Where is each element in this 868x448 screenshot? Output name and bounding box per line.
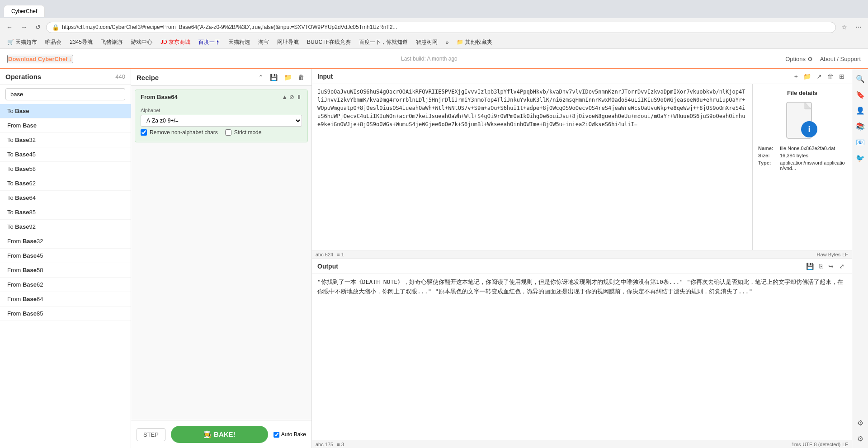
recipe-collapse-button[interactable]: ⌃ xyxy=(256,73,265,82)
input-folder-button[interactable]: 📁 xyxy=(802,72,813,81)
output-char-count: abc 175 xyxy=(316,442,333,447)
recipe-footer: STEP 🧑‍🍳 BAKE! Auto Bake xyxy=(131,420,311,448)
op-item-to-base85[interactable]: To Base85 xyxy=(0,205,131,220)
output-fullscreen-button[interactable]: ⤢ xyxy=(837,262,846,271)
rs-settings2-icon[interactable]: ⚙ xyxy=(855,433,865,445)
rs-mail-icon[interactable]: 📧 xyxy=(854,136,867,148)
bookmark-12[interactable]: 智慧树网 xyxy=(412,38,441,47)
bake-button[interactable]: 🧑‍🍳 BAKE! xyxy=(171,426,268,443)
back-button[interactable]: ← xyxy=(4,22,15,33)
rs-settings-icon[interactable]: ⚙ xyxy=(855,417,865,429)
alphabet-select[interactable]: A-Za-z0-9+/= xyxy=(141,115,302,127)
search-input[interactable] xyxy=(5,88,125,100)
bookmark-9[interactable]: 网址导航 xyxy=(274,38,302,47)
op-item-to-base32[interactable]: To Base32 xyxy=(0,133,131,147)
input-text-area[interactable]: IuS9oOaJvuWIsOS6huS4gOacrOOAikRFQVRIIE5P… xyxy=(312,84,752,250)
output-encoding: UTF-8 (detected) xyxy=(802,442,840,447)
input-add-button[interactable]: + xyxy=(793,72,800,81)
op-item-to-base62[interactable]: To Base62 xyxy=(0,176,131,191)
bookmark-10[interactable]: BUUCTF在线竞赛 xyxy=(303,38,354,47)
browser-tab[interactable]: CyberChef xyxy=(4,5,45,17)
bookmark-11[interactable]: 百度一下，你就知道 xyxy=(355,38,411,47)
output-lf[interactable]: LF xyxy=(842,442,848,447)
auto-bake-label[interactable]: Auto Bake xyxy=(274,431,306,438)
op-card-disable-button[interactable]: ⊘ xyxy=(289,94,294,100)
search-box xyxy=(0,85,131,104)
op-item-from-base45[interactable]: From Base45 xyxy=(0,249,131,263)
output-save-button[interactable]: 💾 xyxy=(804,262,816,271)
bookmark-4[interactable]: 游戏中心 xyxy=(127,38,156,47)
about-support-link[interactable]: About / Support xyxy=(820,56,861,62)
auto-bake-checkbox[interactable] xyxy=(274,432,279,438)
bookmark-6[interactable]: 百度一下 xyxy=(195,38,224,47)
rs-bookmark-icon[interactable]: 🔖 xyxy=(854,89,867,101)
rs-collections-icon[interactable]: 📚 xyxy=(854,120,867,132)
bookmark-8[interactable]: 淘宝 xyxy=(255,38,273,47)
recipe-folder-button[interactable]: 📁 xyxy=(282,73,293,82)
download-cyberchef-button[interactable]: Download CyberChef ↓ xyxy=(7,55,73,63)
output-text-area[interactable]: "你找到了一本《DEATH NOTE》，好奇心驱使你翻开这本笔记，你阅读了使用规… xyxy=(312,274,852,440)
strict-mode-checkbox-label[interactable]: Strict mode xyxy=(225,129,262,136)
op-item-from-base32[interactable]: From Base32 xyxy=(0,234,131,249)
recipe-trash-button[interactable]: 🗑 xyxy=(296,73,306,82)
svg-text:i: i xyxy=(808,125,810,134)
rs-search-icon[interactable]: 🔍 xyxy=(854,73,867,85)
op-item-to-base[interactable]: To Base xyxy=(0,104,131,118)
strict-mode-checkbox[interactable] xyxy=(225,129,231,136)
input-open-button[interactable]: ↗ xyxy=(815,72,824,81)
recipe-save-button[interactable]: 💾 xyxy=(268,73,279,82)
op-item-to-base45[interactable]: To Base45 xyxy=(0,147,131,162)
address-bar[interactable]: 🔒 https://ctf.mzy0.com/CyberChef3/#recip… xyxy=(46,22,836,33)
star-button[interactable]: ☆ xyxy=(839,22,850,33)
remove-nonalpha-checkbox-label[interactable]: Remove non-alphabet chars xyxy=(141,129,218,136)
file-type-label: Type: xyxy=(758,160,776,171)
input-grid-button[interactable]: ⊞ xyxy=(837,72,846,81)
bookmark-1[interactable]: 唯品会 xyxy=(42,38,65,47)
bookmark-5[interactable]: JD 京东商城 xyxy=(157,38,194,47)
checkbox-row: Remove non-alphabet chars Strict mode xyxy=(141,127,302,138)
input-lf[interactable]: LF xyxy=(842,252,848,257)
bookmark-more[interactable]: » xyxy=(442,38,453,47)
output-new-input-button[interactable]: ↪ xyxy=(826,262,835,271)
options-button[interactable]: Options ⚙ xyxy=(785,56,812,62)
auto-bake-text: Auto Bake xyxy=(281,431,306,438)
op-card-collapse-button[interactable]: ▲ xyxy=(282,94,288,100)
last-build-text: Last build: A month ago xyxy=(73,56,786,62)
bookmark-others[interactable]: 📁 其他收藏夹 xyxy=(453,38,495,47)
rs-twitter-icon[interactable]: 🐦 xyxy=(854,152,867,164)
io-area: Input + 📁 ↗ 🗑 ⊞ IuS9oOaJvuWIsOS6huS4gOac… xyxy=(312,69,852,448)
file-details-panel: File details i Name: file.None.0x862 xyxy=(752,84,852,250)
op-item-from-base[interactable]: From Base xyxy=(0,118,131,133)
input-header: Input + 📁 ↗ 🗑 ⊞ xyxy=(312,69,852,84)
input-trash-button[interactable]: 🗑 xyxy=(826,72,835,81)
op-card-title: From Base64 xyxy=(141,94,178,100)
output-copy-button[interactable]: ⎘ xyxy=(817,262,825,271)
bookmark-bar: 🛒 天猫超市 唯品会 2345导航 飞猪旅游 游戏中心 JD 京东商城 百度一下… xyxy=(0,36,868,49)
remove-nonalpha-checkbox[interactable] xyxy=(141,129,147,136)
bookmark-3[interactable]: 飞猪旅游 xyxy=(97,38,126,47)
op-item-from-base58[interactable]: From Base58 xyxy=(0,263,131,278)
op-item-to-base58[interactable]: To Base58 xyxy=(0,162,131,176)
input-raw-bytes[interactable]: Raw Bytes xyxy=(817,252,841,257)
app-topbar: Download CyberChef ↓ Last build: A month… xyxy=(0,49,868,69)
op-item-from-base64[interactable]: From Base64 xyxy=(0,292,131,307)
op-item-to-base64[interactable]: To Base64 xyxy=(0,191,131,205)
bookmark-2[interactable]: 2345导航 xyxy=(66,38,96,47)
file-details-title: File details xyxy=(758,90,846,96)
bookmark-0[interactable]: 🛒 天猫超市 xyxy=(4,38,41,47)
bookmark-7[interactable]: 天猫精选 xyxy=(225,38,254,47)
reload-button[interactable]: ↺ xyxy=(33,22,43,33)
step-button[interactable]: STEP xyxy=(137,428,165,441)
op-item-to-base92[interactable]: To Base92 xyxy=(0,220,131,234)
app-container: Download CyberChef ↓ Last build: A month… xyxy=(0,49,868,448)
url-display: https://ctf.mzy0.com/CyberChef3/#recipe=… xyxy=(62,24,830,30)
input-char-count: abc 624 xyxy=(316,252,333,257)
op-card-pause-button[interactable]: ⏸ xyxy=(296,94,302,100)
recipe-header: Recipe ⌃ 💾 📁 🗑 xyxy=(131,69,311,86)
op-item-from-base85[interactable]: From Base85 xyxy=(0,307,131,321)
rs-person-icon[interactable]: 👤 xyxy=(854,104,867,117)
op-item-from-base62[interactable]: From Base62 xyxy=(0,278,131,292)
forward-button[interactable]: → xyxy=(18,22,30,33)
file-name-row: Name: file.None.0x862e2fa0.dat xyxy=(758,146,846,151)
menu-button[interactable]: ⋯ xyxy=(853,22,864,33)
